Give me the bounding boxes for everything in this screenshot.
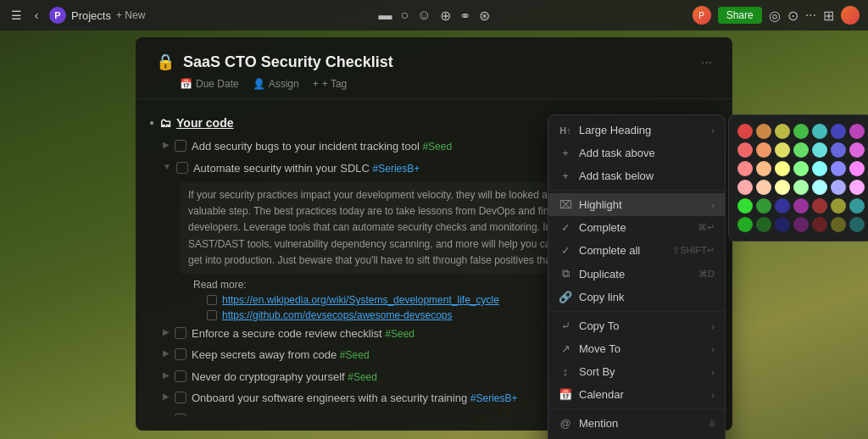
menu-item-add-below[interactable]: + Add task below — [548, 164, 725, 187]
due-date-meta[interactable]: 📅 Due Date — [180, 78, 239, 90]
task-checkbox[interactable] — [175, 327, 186, 339]
menu-item-copy-link[interactable]: 🔗 Copy link — [548, 286, 725, 308]
color-dot[interactable] — [849, 124, 865, 139]
color-dot[interactable] — [812, 142, 827, 158]
collapse-arrow[interactable]: ▶ — [163, 370, 170, 380]
color-dot[interactable] — [775, 142, 790, 158]
view-icon-6[interactable]: ⊛ — [479, 8, 490, 24]
menu-item-complete-all[interactable]: ✓ Complete all ⇧SHIFT↵ — [548, 239, 725, 262]
color-dot[interactable] — [793, 198, 809, 214]
status-icon[interactable]: ⊙ — [787, 8, 798, 24]
color-dot[interactable] — [775, 124, 790, 139]
collapse-arrow[interactable]: ▶ — [163, 348, 170, 358]
menu-item-copy-to[interactable]: ⤶ Copy To › — [548, 314, 725, 337]
menu-item-complete[interactable]: ✓ Complete ⌘↵ — [548, 216, 725, 239]
assign-meta[interactable]: 👤 Assign — [253, 78, 299, 90]
link-url-1[interactable]: https://en.wikipedia.org/wiki/Systems_de… — [222, 294, 499, 306]
color-dot[interactable] — [793, 142, 809, 158]
menu-icon[interactable]: ☰ — [8, 8, 24, 22]
color-dot[interactable] — [793, 180, 809, 195]
person-icon: 👤 — [253, 78, 265, 90]
color-dot[interactable] — [775, 180, 790, 195]
task-checkbox[interactable] — [175, 414, 186, 416]
color-dot[interactable] — [737, 180, 753, 195]
menu-label: Complete all — [579, 244, 665, 257]
card-header-actions[interactable]: ⋯ — [701, 56, 712, 69]
notification-icon[interactable]: ◎ — [769, 8, 781, 24]
current-user-avatar[interactable] — [841, 6, 860, 25]
color-dot[interactable] — [775, 161, 790, 176]
color-dot[interactable] — [775, 198, 790, 214]
more-icon[interactable]: ··· — [805, 8, 816, 23]
view-icon-4[interactable]: ⊕ — [440, 8, 451, 24]
apps-icon[interactable]: ⊞ — [823, 8, 834, 24]
view-icon-3[interactable]: ☺ — [417, 8, 431, 23]
link-checkbox[interactable] — [207, 295, 217, 305]
color-dot[interactable] — [849, 142, 865, 158]
color-dot[interactable] — [849, 217, 865, 232]
color-dot[interactable] — [831, 198, 846, 214]
color-dot[interactable] — [737, 161, 753, 176]
color-dot[interactable] — [812, 198, 827, 214]
color-dot[interactable] — [756, 161, 771, 176]
task-checkbox[interactable] — [176, 162, 188, 174]
color-dot[interactable] — [737, 217, 753, 232]
menu-item-move-to[interactable]: ↗ Move To › — [548, 337, 725, 360]
back-icon[interactable]: ‹ — [29, 8, 44, 22]
menu-item-calendar[interactable]: 📅 Calendar › — [548, 383, 725, 406]
shortcut-label: ⌘↵ — [698, 222, 715, 233]
collapse-arrow[interactable]: ▶ — [163, 392, 170, 401]
color-dot[interactable] — [793, 161, 809, 176]
color-dot[interactable] — [812, 180, 827, 195]
task-checkbox[interactable] — [175, 140, 186, 152]
new-button[interactable]: + New — [116, 9, 145, 21]
tag-meta[interactable]: + + Tag — [313, 78, 348, 90]
link-checkbox[interactable] — [207, 310, 217, 320]
color-dot[interactable] — [831, 161, 846, 176]
color-dot[interactable] — [737, 124, 753, 139]
color-dot[interactable] — [831, 142, 846, 158]
color-dot[interactable] — [737, 198, 753, 214]
color-dot[interactable] — [812, 124, 827, 139]
project-name[interactable]: Projects — [71, 9, 111, 22]
menu-item-sort-by[interactable]: ↕ Sort By › — [548, 360, 725, 383]
color-dot[interactable] — [831, 180, 846, 195]
color-dot[interactable] — [775, 217, 790, 232]
color-dot[interactable] — [756, 198, 771, 214]
menu-item-add-above[interactable]: + Add task above — [548, 142, 725, 164]
task-checkbox[interactable] — [175, 370, 186, 382]
view-icon-1[interactable]: ▬ — [378, 8, 392, 23]
color-dot[interactable] — [849, 180, 865, 195]
color-dot[interactable] — [756, 142, 771, 158]
menu-item-duplicate[interactable]: ⧉ Duplicate ⌘D — [548, 262, 725, 286]
tag-seed: #Seed — [348, 371, 377, 383]
color-dot[interactable] — [831, 217, 846, 232]
collapse-arrow[interactable]: ▼ — [163, 162, 171, 171]
color-dot[interactable] — [849, 161, 865, 176]
color-dot[interactable] — [737, 142, 753, 158]
menu-item-large-heading[interactable]: H↑ Large Heading › — [548, 119, 725, 142]
color-dot[interactable] — [756, 124, 771, 139]
topbar: ☰ ‹ P Projects + New ▬ ○ ☺ ⊕ ⚭ ⊛ P Share… — [0, 0, 868, 31]
collapse-arrow[interactable]: ▶ — [163, 414, 170, 416]
view-icon-5[interactable]: ⚭ — [459, 8, 470, 24]
color-dot[interactable] — [812, 217, 827, 232]
task-checkbox[interactable] — [175, 392, 186, 403]
menu-label: Add task above — [579, 147, 715, 159]
collapse-arrow[interactable]: ▶ — [163, 140, 170, 149]
link-url-2[interactable]: https://github.com/devsecops/awesome-dev… — [222, 309, 452, 321]
menu-item-tag[interactable]: # Tag # — [548, 435, 725, 439]
menu-item-mention[interactable]: @ Mention # — [548, 412, 725, 435]
share-button[interactable]: Share — [718, 7, 762, 24]
color-dot[interactable] — [831, 124, 846, 139]
color-dot[interactable] — [849, 198, 865, 214]
color-dot[interactable] — [793, 124, 809, 139]
task-checkbox[interactable] — [175, 348, 186, 360]
color-dot[interactable] — [756, 217, 771, 232]
color-dot[interactable] — [812, 161, 827, 176]
menu-item-highlight[interactable]: ⌧ Highlight › — [548, 193, 725, 216]
collapse-arrow[interactable]: ▶ — [163, 327, 170, 336]
color-dot[interactable] — [756, 180, 771, 195]
color-dot[interactable] — [793, 217, 809, 232]
view-icon-2[interactable]: ○ — [400, 8, 409, 23]
